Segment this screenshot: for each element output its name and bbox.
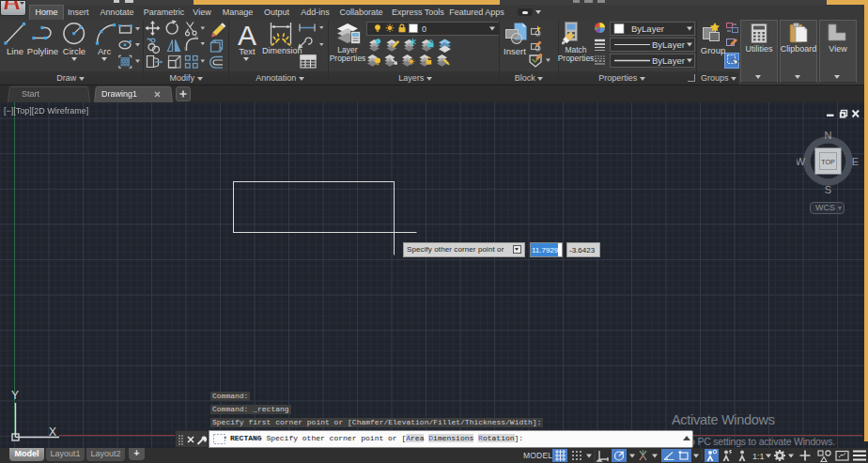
svg-text:0: 0 (422, 24, 426, 34)
svg-text:N: N (825, 130, 832, 141)
svg-text:W: W (797, 156, 806, 167)
svg-text:ByLayer: ByLayer (652, 39, 685, 50)
svg-text:TOP: TOP (821, 159, 835, 165)
svg-text:X: X (49, 425, 56, 439)
svg-text:ByLayer: ByLayer (631, 23, 664, 34)
svg-text:Y: Y (11, 389, 19, 402)
svg-text:ByLayer: ByLayer (652, 55, 685, 66)
svg-text:1:1: 1:1 (752, 452, 765, 461)
svg-text:S: S (825, 184, 831, 195)
svg-text:E: E (852, 156, 859, 167)
